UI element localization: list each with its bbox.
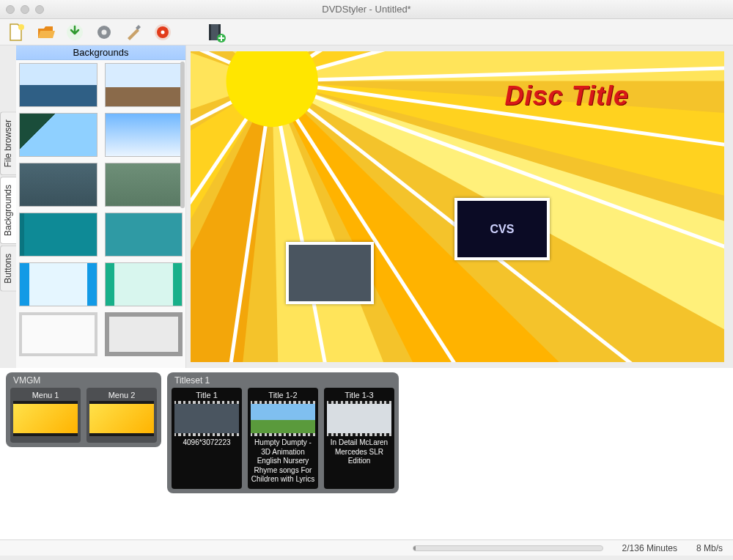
background-thumb[interactable] — [105, 63, 183, 107]
backgrounds-panel: Backgrounds — [16, 45, 186, 368]
burn-disc-button[interactable] — [152, 22, 173, 43]
status-minutes: 2/136 Minutes — [622, 543, 677, 553]
window-titlebar: DVDStyler - Untitled* — [0, 0, 733, 19]
tools-button[interactable] — [123, 22, 144, 43]
timeline-item-title[interactable]: Title 1 4096*3072223 — [172, 388, 242, 489]
timeline-item-caption: Humpty Dumpty - 3D Animation English Nur… — [251, 436, 315, 485]
status-bar: 2/136 Minutes 8 Mb/s — [0, 539, 733, 556]
timeline-group-titleset: Titleset 1 Title 1 4096*3072223 Title 1-… — [167, 372, 399, 493]
background-thumb[interactable] — [19, 312, 97, 356]
timeline-item-thumb — [13, 401, 78, 436]
background-thumb[interactable] — [19, 163, 97, 207]
tab-buttons[interactable]: Buttons — [0, 246, 16, 292]
timeline-item-title[interactable]: Title 1-2 Humpty Dumpty - 3D Animation E… — [248, 388, 318, 489]
settings-button[interactable] — [94, 22, 114, 43]
timeline-item-header: Title 1-3 — [345, 391, 373, 401]
burn-disc-icon — [153, 23, 172, 42]
backgrounds-panel-header: Backgrounds — [16, 45, 185, 60]
main-toolbar — [0, 19, 733, 45]
new-project-button[interactable] — [6, 22, 26, 43]
background-thumb[interactable] — [19, 262, 97, 306]
tools-icon — [124, 23, 143, 42]
tab-file-browser[interactable]: File browser — [0, 111, 16, 175]
menu-thumb-1[interactable] — [286, 242, 374, 304]
menu-preview-pane: Disc Title CVS — [186, 45, 733, 368]
background-thumb[interactable] — [19, 213, 97, 257]
background-thumb[interactable] — [105, 213, 183, 257]
background-thumb[interactable] — [105, 262, 183, 306]
menu-canvas[interactable]: Disc Title CVS — [191, 51, 724, 362]
timeline-item-title[interactable]: Title 1-3 In Detail McLaren Mercedes SLR… — [324, 388, 394, 489]
timeline-item-thumb — [251, 401, 315, 436]
gear-icon — [95, 23, 114, 42]
window-title: DVDStyler - Untitled* — [0, 4, 733, 15]
svg-point-0 — [18, 24, 24, 30]
backgrounds-thumbs — [16, 60, 185, 368]
timeline: VMGM Menu 1 Menu 2 Titleset 1 Title 1 40… — [0, 368, 733, 539]
timeline-item-header: Title 1-2 — [268, 391, 297, 401]
timeline-item-thumb — [327, 401, 391, 436]
status-bitrate: 8 Mb/s — [696, 543, 723, 553]
timeline-item-caption: In Detail McLaren Mercedes SLR Edition — [327, 436, 391, 466]
menu-thumb-2-label: CVS — [490, 223, 515, 236]
tab-backgrounds[interactable]: Backgrounds — [0, 177, 16, 244]
timeline-item-menu[interactable]: Menu 1 — [10, 388, 81, 443]
folder-open-icon — [36, 23, 55, 42]
background-thumb[interactable] — [105, 163, 183, 207]
background-thumb[interactable] — [19, 113, 97, 157]
timeline-item-header: Menu 2 — [108, 391, 136, 401]
disc-title-text[interactable]: Disc Title — [505, 81, 629, 111]
main-area: File browser Backgrounds Buttons Backgro… — [0, 45, 733, 368]
backgrounds-scrollbar[interactable] — [180, 62, 185, 208]
file-new-icon — [7, 23, 26, 42]
timeline-item-caption: 4096*3072223 — [183, 436, 230, 448]
save-project-button[interactable] — [65, 22, 85, 43]
menu-thumb-2[interactable]: CVS — [454, 198, 550, 260]
save-icon — [65, 23, 84, 42]
timeline-item-header: Title 1 — [196, 391, 218, 401]
disc-usage-progress-fill — [413, 546, 416, 550]
background-thumb[interactable] — [105, 312, 183, 356]
timeline-item-thumb — [89, 401, 154, 436]
svg-point-3 — [102, 29, 107, 34]
timeline-group-header: VMGM — [10, 375, 157, 388]
timeline-group-header: Titleset 1 — [172, 375, 394, 388]
background-thumb[interactable] — [19, 63, 97, 107]
add-video-icon — [205, 22, 226, 43]
disc-usage-progress — [413, 545, 603, 551]
timeline-item-header: Menu 1 — [32, 391, 59, 401]
side-tabs: File browser Backgrounds Buttons — [0, 45, 16, 368]
background-thumb[interactable] — [105, 113, 183, 157]
svg-rect-8 — [209, 24, 211, 40]
timeline-item-menu[interactable]: Menu 2 — [86, 388, 157, 443]
add-video-button[interactable] — [205, 22, 226, 43]
svg-point-6 — [161, 30, 165, 34]
open-project-button[interactable] — [35, 22, 56, 43]
timeline-group-vmgm: VMGM Menu 1 Menu 2 — [6, 372, 161, 447]
timeline-item-thumb — [174, 401, 239, 436]
